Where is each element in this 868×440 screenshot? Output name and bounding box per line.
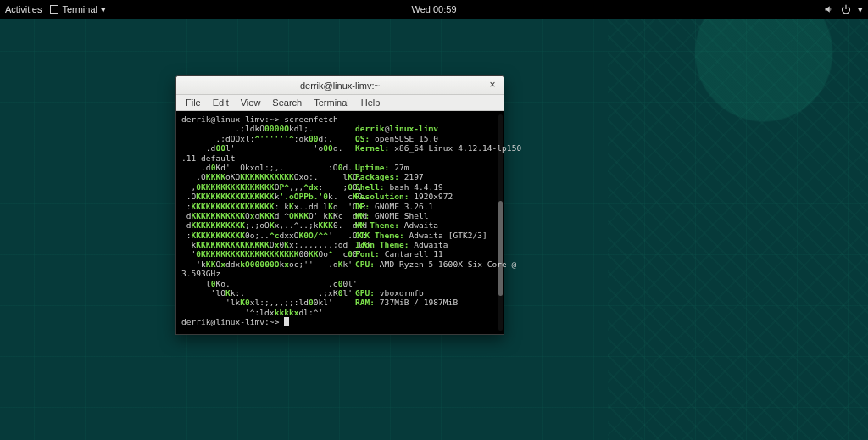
prompt-line-idle: derrik@linux-limv:~> bbox=[181, 317, 498, 326]
terminal-row: .;ldkO0000Okdl;.derrik@linux-limv bbox=[181, 124, 498, 133]
menu-file[interactable]: File bbox=[180, 95, 207, 110]
sysinfo-line: Shell: bash 4.4.19 bbox=[355, 182, 498, 192]
sysinfo-line: Icon Theme: Adwaita bbox=[355, 240, 498, 249]
terminal-row: '^:ldxkkkkxdl:^' bbox=[181, 308, 498, 317]
terminal-row: kKKKKKKKKKKKKKKKOx0Kx:,,,,,,.;od lKkIcon… bbox=[181, 240, 498, 249]
menu-search[interactable]: Search bbox=[266, 95, 308, 110]
sysinfo-line: Packages: 2197 bbox=[355, 172, 498, 181]
terminal-row: 'lOKk:. .;xK0l'GPU: vboxdrmfb bbox=[181, 288, 498, 298]
window-title: derrik@linux-limv:~ bbox=[300, 81, 380, 91]
ascii-art-line: kKKKKKKKKKKKKKKKOx0Kx:,,,,,,.;od lKk bbox=[181, 240, 355, 249]
ascii-art-line: 'lOKk:. .;xK0l' bbox=[181, 288, 355, 298]
menu-view[interactable]: View bbox=[235, 95, 267, 110]
sysinfo-line: GTK Theme: Adwaita [GTK2/3] bbox=[355, 231, 498, 240]
ascii-art-line: 'kKKOxddxkO00000Okxoc;'' .dKk' bbox=[181, 259, 355, 269]
ascii-art-line: .d00l' 'o00d. bbox=[181, 143, 355, 153]
ascii-art-line: .OKKKKoKOKKKKKKKKKKKOxo:. lKO. bbox=[181, 172, 355, 181]
terminal-row: .d00l' 'o00d.Kernel: x86_64 Linux 4.12.1… bbox=[181, 143, 498, 153]
terminal-row: dKKKKKKKKKKKOxoKKKd ^OKKKO' kKKc dKdWM: … bbox=[181, 211, 498, 220]
terminal-output[interactable]: derrik@linux-limv:~> screenfetch .;ldkO0… bbox=[176, 111, 504, 334]
terminal-window: derrik@linux-limv:~ × File Edit View Sea… bbox=[175, 75, 504, 335]
ascii-art-line: .;ldkO0000Okdl;. bbox=[181, 124, 355, 133]
sysinfo-ram: RAM: 737MiB / 1987MiB bbox=[355, 298, 498, 307]
terminal-row: 'lkK0xl:;,,,;;:ld00kl'RAM: 737MiB / 1987… bbox=[181, 298, 498, 307]
sysinfo-line: CPU: AMD Ryzen 5 1600X Six-Core @ bbox=[355, 259, 521, 269]
terminal-row: :KKKKKKKKKKK0o;..^cdxxOK0O/^^' .OK:GTK T… bbox=[181, 231, 498, 240]
cpu-freq: 3.593GHz bbox=[181, 269, 220, 278]
chevron-down-icon: ▾ bbox=[858, 4, 863, 15]
terminal-row: .d0Kd' Okxol:;,. :O0d.Uptime: 27m bbox=[181, 163, 498, 172]
menu-help[interactable]: Help bbox=[355, 95, 387, 110]
terminal-row: l0Ko. .c00l' bbox=[181, 279, 498, 288]
ascii-art-line: '0KKKKKKKKKKKKKKKKKKKK00KKOo^ c00' bbox=[181, 249, 355, 259]
terminal-row: 3.593GHz bbox=[181, 269, 498, 278]
sysinfo-line: OS: openSUSE 15.0 bbox=[355, 134, 498, 143]
ascii-art-line: ,0KKKKKKKKKKKKKKKOP^,,,^dx: ;00, bbox=[181, 182, 355, 192]
terminal-menubar: File Edit View Search Terminal Help bbox=[176, 95, 504, 111]
active-app-indicator[interactable]: Terminal ▾ bbox=[50, 4, 106, 15]
panel-clock[interactable]: Wed 00:59 bbox=[411, 4, 456, 14]
terminal-row: '0KKKKKKKKKKKKKKKKKKKK00KKOo^ c00'Font: … bbox=[181, 249, 498, 259]
terminal-app-icon bbox=[50, 5, 58, 14]
ascii-art-line: .;dOOxl:^''''''^:ok00d;. bbox=[181, 134, 355, 143]
ascii-art-line: dKKKKKKKKKKKOxoKKKd ^OKKKO' kKKc dKd bbox=[181, 211, 355, 220]
terminal-row: :KKKKKKKKKKKKKKKKK: kKx..dd lKd 'OK:DE: … bbox=[181, 202, 498, 211]
terminal-row: 'kKKOxddxkO00000Okxoc;'' .dKk'CPU: AMD R… bbox=[181, 259, 498, 269]
sysinfo-line: WM Theme: Adwaita bbox=[355, 220, 498, 230]
chevron-down-icon: ▾ bbox=[101, 4, 106, 15]
sysinfo-line: derrik@linux-limv bbox=[355, 124, 498, 133]
active-app-name: Terminal bbox=[62, 4, 97, 14]
kernel-suffix: .11-default bbox=[181, 153, 235, 163]
scrollbar-thumb[interactable] bbox=[498, 201, 503, 296]
terminal-row: .;dOOxl:^''''''^:ok00d;.OS: openSUSE 15.… bbox=[181, 134, 498, 143]
terminal-row: .OKKKKKKKKKKKKKKKKk'.oOPPb.'0k. cKO.Reso… bbox=[181, 192, 498, 201]
window-titlebar[interactable]: derrik@linux-limv:~ × bbox=[176, 76, 504, 95]
terminal-row: dKKKKKKKKKKK;.;oOKx,..^..;kKKK0. dKdWM T… bbox=[181, 220, 498, 230]
menu-edit[interactable]: Edit bbox=[207, 95, 235, 110]
terminal-row: .OKKKKoKOKKKKKKKKKKKOxo:. lKO.Packages: … bbox=[181, 172, 498, 181]
ascii-art-line: :KKKKKKKKKKK0o;..^cdxxOK0O/^^' .OK: bbox=[181, 231, 355, 240]
ascii-art-line: l0Ko. .c00l' bbox=[181, 279, 355, 288]
power-icon bbox=[841, 4, 851, 14]
sysinfo-line: Uptime: 27m bbox=[355, 163, 498, 172]
sysinfo-line: WM: GNOME Shell bbox=[355, 211, 498, 220]
terminal-row: .11-default bbox=[181, 153, 498, 163]
sysinfo-line: Resolution: 1920x972 bbox=[355, 192, 498, 201]
sysinfo-line: DE: GNOME 3.26.1 bbox=[355, 202, 498, 211]
terminal-row: ,0KKKKKKKKKKKKKKKOP^,,,^dx: ;00,Shell: b… bbox=[181, 182, 498, 192]
volume-icon bbox=[824, 4, 834, 14]
ascii-art-line: 'lkK0xl:;,,,;;:ld00kl' bbox=[181, 298, 355, 307]
sysinfo-line bbox=[355, 279, 498, 288]
sysinfo-line bbox=[355, 308, 498, 317]
close-button[interactable]: × bbox=[487, 79, 498, 91]
ascii-art-line: dKKKKKKKKKKK;.;oOKx,..^..;kKKK0. dKd bbox=[181, 220, 355, 230]
prompt-line: derrik@linux-limv:~> screenfetch bbox=[181, 114, 498, 124]
terminal-cursor bbox=[284, 317, 289, 326]
sysinfo-line: Font: Cantarell 11 bbox=[355, 249, 498, 259]
menu-terminal[interactable]: Terminal bbox=[308, 95, 355, 110]
desktop-wallpaper-accent bbox=[608, 0, 868, 440]
ascii-art-line: '^:ldxkkkkxdl:^' bbox=[181, 308, 355, 317]
sysinfo-gpu: GPU: vboxdrmfb bbox=[355, 288, 498, 298]
ascii-art-line: :KKKKKKKKKKKKKKKKK: kKx..dd lKd 'OK: bbox=[181, 202, 355, 211]
gnome-top-panel: Activities Terminal ▾ Wed 00:59 ▾ bbox=[0, 0, 868, 19]
ascii-art-line: .d0Kd' Okxol:;,. :O0d. bbox=[181, 163, 355, 172]
terminal-scrollbar[interactable] bbox=[498, 114, 503, 331]
system-tray[interactable]: ▾ bbox=[824, 4, 863, 15]
ascii-art-line: .OKKKKKKKKKKKKKKKKk'.oOPPb.'0k. cKO. bbox=[181, 192, 355, 201]
sysinfo-line: Kernel: x86_64 Linux 4.12.14-lp150 bbox=[355, 143, 521, 153]
activities-button[interactable]: Activities bbox=[5, 4, 42, 14]
